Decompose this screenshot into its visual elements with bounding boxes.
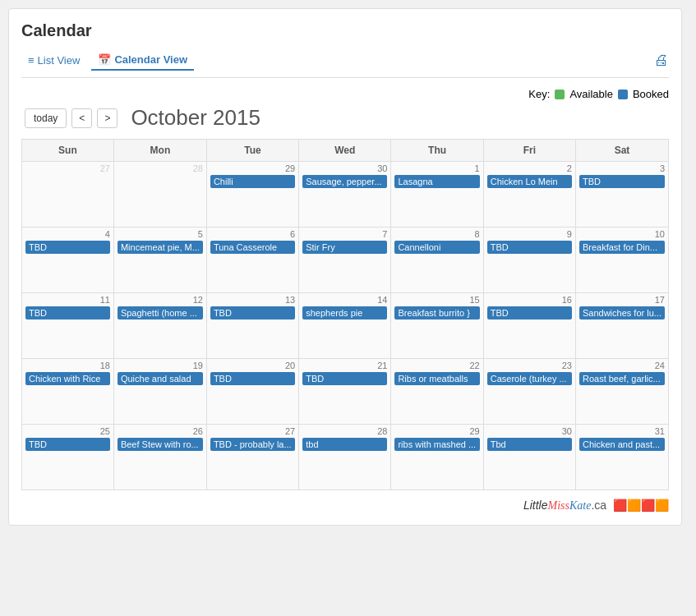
calendar-event[interactable]: Chilli xyxy=(210,175,295,188)
calendar-cell: 28tbd xyxy=(299,425,391,490)
calendar-cell: 30Tbd xyxy=(483,425,575,490)
calendar-event[interactable]: TBD xyxy=(25,241,110,254)
calendar-event[interactable]: Stir Fry xyxy=(302,241,387,254)
month-year-label: October 2015 xyxy=(131,105,260,131)
day-number: 2 xyxy=(487,163,572,173)
calendar-event[interactable]: TBD xyxy=(487,241,572,254)
tab-list-view[interactable]: ≡ List View xyxy=(21,50,86,71)
calendar-event[interactable]: TBD xyxy=(487,306,572,319)
calendar-cell: 23Caserole (turkey ... xyxy=(483,359,575,425)
tab-calendar-view[interactable]: 📅 Calendar View xyxy=(91,50,194,71)
brand-kate: Kate xyxy=(569,499,591,512)
calendar-cell: 7Stir Fry xyxy=(299,228,391,293)
calendar-event[interactable]: Caserole (turkey ... xyxy=(487,372,572,385)
calendar-event[interactable]: TBD - probably la... xyxy=(210,438,295,451)
calendar-event[interactable]: TBD xyxy=(25,438,110,451)
calendar-cell: 8Cannelloni xyxy=(391,228,483,293)
calendar-cell: 16TBD xyxy=(483,293,575,359)
calendar-event[interactable]: ribs with mashed ... xyxy=(394,438,479,451)
calendar-cell: 14shepherds pie xyxy=(299,293,391,359)
key-bar: Key: Available Booked xyxy=(21,88,669,100)
calendar-cell: 6Tuna Casserole xyxy=(206,228,298,293)
day-number: 9 xyxy=(487,229,572,239)
day-number: 3 xyxy=(579,163,665,173)
calendar-event[interactable]: Sausage, pepper... xyxy=(302,175,387,188)
calendar-week-row: 11TBD12Spaghetti (home ...13TBD14shepher… xyxy=(22,293,669,359)
calendar-event[interactable]: TBD xyxy=(25,306,110,319)
calendar-event[interactable]: Breakfast burrito } xyxy=(394,306,479,319)
calendar-event[interactable]: Cannelloni xyxy=(394,241,479,254)
calendar-event[interactable]: Tbd xyxy=(487,438,572,451)
calendar-body: 272829Chilli30Sausage, pepper...1Lasagna… xyxy=(22,162,669,490)
calendar-week-row: 272829Chilli30Sausage, pepper...1Lasagna… xyxy=(22,162,669,228)
calendar-event[interactable]: Sandwiches for lu... xyxy=(579,306,665,319)
calendar-week-row: 4TBD5Mincemeat pie, M...6Tuna Casserole7… xyxy=(22,228,669,293)
next-month-button[interactable]: > xyxy=(97,108,118,128)
calendar-event[interactable]: Ribs or meatballs xyxy=(394,372,479,385)
brand-icons: 🟥🟧🟥🟧 xyxy=(613,499,669,512)
calendar-cell: 29Chilli xyxy=(206,162,298,228)
available-dot xyxy=(555,90,565,99)
calendar-cell: 9TBD xyxy=(483,228,575,293)
calendar-event[interactable]: Mincemeat pie, M... xyxy=(118,241,203,254)
col-sat: Sat xyxy=(575,140,668,162)
day-number: 27 xyxy=(25,163,110,173)
calendar-cell: 15Breakfast burrito } xyxy=(391,293,483,359)
day-number: 8 xyxy=(394,229,479,239)
calendar-cell: 26Beef Stew with ro... xyxy=(113,425,206,490)
col-fri: Fri xyxy=(483,140,575,162)
col-tue: Tue xyxy=(206,140,298,162)
today-button[interactable]: today xyxy=(25,108,67,128)
day-number: 18 xyxy=(25,361,110,370)
day-number: 31 xyxy=(579,426,665,436)
print-button[interactable]: 🖨 xyxy=(654,52,669,69)
calendar-event[interactable]: TBD xyxy=(210,372,295,385)
day-number: 22 xyxy=(394,361,479,370)
calendar-event[interactable]: Beef Stew with ro... xyxy=(118,438,203,451)
calendar-event[interactable]: Roast beef, garlic... xyxy=(579,372,665,385)
calendar-event[interactable]: Tuna Casserole xyxy=(210,241,295,254)
calendar-nav: today < > October 2015 xyxy=(21,105,669,131)
calendar-event[interactable]: Chicken Lo Mein xyxy=(487,175,572,188)
booked-label: Booked xyxy=(633,88,669,100)
tab-calendar-label: Calendar View xyxy=(114,53,187,66)
calendar-event[interactable]: Spaghetti (home ... xyxy=(118,306,203,319)
calendar-cell: 13TBD xyxy=(206,293,298,359)
day-number: 7 xyxy=(302,229,387,239)
col-mon: Mon xyxy=(113,140,206,162)
calendar-event[interactable]: Breakfast for Din... xyxy=(579,241,665,254)
calendar-event[interactable]: TBD xyxy=(302,372,387,385)
calendar-event[interactable]: Chicken with Rice xyxy=(25,372,110,385)
day-number: 14 xyxy=(302,295,387,305)
calendar-cell: 21TBD xyxy=(299,359,391,425)
calendar-cell: 20TBD xyxy=(206,359,298,425)
calendar-cell: 17Sandwiches for lu... xyxy=(575,293,668,359)
day-number: 5 xyxy=(118,229,203,239)
calendar-event[interactable]: TBD xyxy=(210,306,295,319)
calendar-event[interactable]: Quiche and salad xyxy=(118,372,203,385)
list-icon: ≡ xyxy=(28,54,35,67)
calendar-event[interactable]: shepherds pie xyxy=(302,306,387,319)
calendar-cell: 27 xyxy=(22,162,114,228)
tab-bar: ≡ List View 📅 Calendar View xyxy=(21,50,194,71)
day-number: 23 xyxy=(487,361,572,370)
calendar-cell: 11TBD xyxy=(22,293,114,359)
day-number: 30 xyxy=(487,426,572,436)
calendar-cell: 1Lasagna xyxy=(391,162,483,228)
day-number: 1 xyxy=(394,163,479,173)
col-sun: Sun xyxy=(22,140,114,162)
day-number: 13 xyxy=(210,295,295,305)
tab-list-label: List View xyxy=(38,54,81,67)
calendar-cell: 4TBD xyxy=(22,228,114,293)
day-number: 29 xyxy=(210,163,295,173)
calendar-event[interactable]: TBD xyxy=(579,175,665,188)
calendar-header-row: Sun Mon Tue Wed Thu Fri Sat xyxy=(22,140,669,162)
calendar-event[interactable]: Chicken and past... xyxy=(579,438,665,451)
prev-month-button[interactable]: < xyxy=(71,108,92,128)
day-number: 4 xyxy=(25,229,110,239)
toolbar: ≡ List View 📅 Calendar View 🖨 xyxy=(21,50,669,78)
calendar-event[interactable]: tbd xyxy=(302,438,387,451)
brand-little: Little xyxy=(523,499,548,512)
col-thu: Thu xyxy=(391,140,483,162)
calendar-event[interactable]: Lasagna xyxy=(394,175,479,188)
